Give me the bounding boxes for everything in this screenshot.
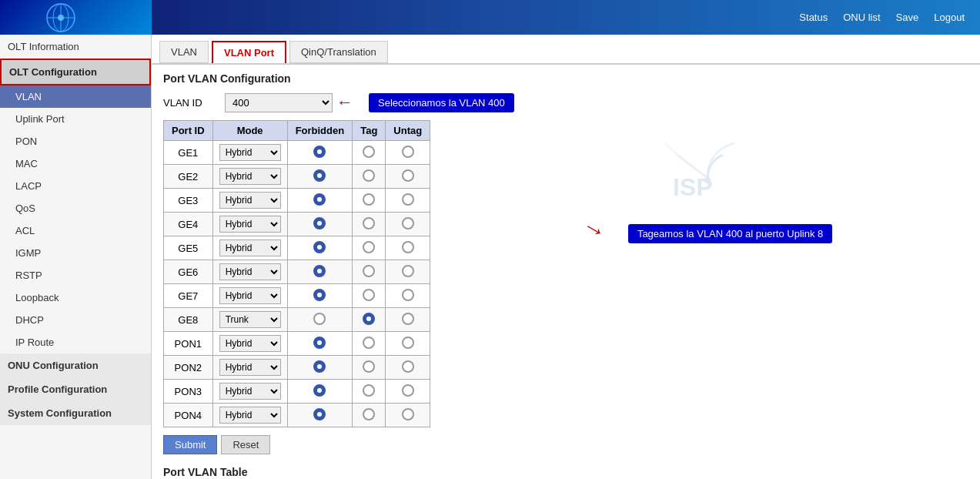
untag-cell[interactable]	[386, 332, 430, 356]
sidebar-item-dhcp[interactable]: DHCP	[0, 309, 151, 331]
tag-cell[interactable]	[353, 308, 386, 332]
mode-select[interactable]: HybridTrunkAccess	[219, 192, 281, 209]
sidebar-item-olt-information[interactable]: OLT Information	[0, 35, 151, 59]
forbidden-cell[interactable]	[287, 236, 353, 260]
untag-radio-empty[interactable]	[402, 193, 414, 206]
mode-select[interactable]: HybridTrunkAccess	[219, 216, 281, 233]
tag-cell[interactable]	[353, 213, 386, 236]
untag-radio-empty[interactable]	[402, 408, 414, 420]
forbidden-radio-filled[interactable]	[313, 408, 326, 420]
tag-radio-empty[interactable]	[363, 241, 375, 253]
forbidden-cell[interactable]	[287, 404, 353, 427]
nav-onu-list[interactable]: ONU list	[843, 12, 880, 23]
forbidden-radio-filled[interactable]	[313, 360, 326, 373]
mode-select[interactable]: HybridTrunkAccess	[219, 359, 281, 376]
forbidden-radio-filled[interactable]	[313, 337, 326, 349]
tag-radio-empty[interactable]	[363, 217, 375, 229]
mode-select[interactable]: HybridTrunkAccess	[219, 144, 281, 161]
untag-cell[interactable]	[386, 308, 430, 332]
submit-button[interactable]: Submit	[163, 435, 217, 454]
forbidden-cell[interactable]	[287, 380, 353, 404]
tag-cell[interactable]	[353, 356, 386, 380]
mode-select[interactable]: HybridTrunkAccess	[219, 311, 281, 328]
tag-radio-empty[interactable]	[363, 169, 375, 182]
untag-cell[interactable]	[386, 404, 430, 427]
forbidden-cell[interactable]	[287, 356, 353, 380]
forbidden-cell[interactable]	[287, 213, 353, 236]
mode-select[interactable]: HybridTrunkAccess	[219, 335, 281, 352]
tag-cell[interactable]	[353, 332, 386, 356]
untag-cell[interactable]	[386, 380, 430, 404]
untag-cell[interactable]	[386, 141, 430, 165]
untag-cell[interactable]	[386, 213, 430, 236]
forbidden-cell[interactable]	[287, 308, 353, 332]
forbidden-radio-filled[interactable]	[313, 265, 326, 277]
sidebar-item-acl[interactable]: ACL	[0, 219, 151, 242]
tag-radio-filled[interactable]	[363, 313, 375, 325]
tag-radio-empty[interactable]	[363, 146, 375, 158]
tag-cell[interactable]	[353, 380, 386, 404]
forbidden-cell[interactable]	[287, 260, 353, 284]
tag-cell[interactable]	[353, 141, 386, 165]
reset-button[interactable]: Reset	[221, 435, 270, 454]
tag-radio-empty[interactable]	[363, 289, 375, 301]
untag-radio-empty[interactable]	[402, 289, 414, 301]
sidebar-item-qos[interactable]: QoS	[0, 197, 151, 219]
tag-radio-empty[interactable]	[363, 265, 375, 277]
tag-cell[interactable]	[353, 189, 386, 213]
untag-radio-empty[interactable]	[402, 217, 414, 229]
nav-status[interactable]: Status	[799, 12, 828, 23]
mode-select[interactable]: HybridTrunkAccess	[219, 383, 281, 400]
untag-radio-empty[interactable]	[402, 169, 414, 182]
untag-radio-empty[interactable]	[402, 265, 414, 277]
forbidden-cell[interactable]	[287, 141, 353, 165]
sidebar-section-olt-config[interactable]: OLT Configuration	[0, 59, 151, 85]
mode-select[interactable]: HybridTrunkAccess	[219, 287, 281, 304]
untag-radio-empty[interactable]	[402, 360, 414, 373]
mode-select[interactable]: HybridTrunkAccess	[219, 263, 281, 280]
tag-cell[interactable]	[353, 404, 386, 427]
nav-save[interactable]: Save	[896, 12, 919, 23]
forbidden-radio-empty[interactable]	[313, 313, 326, 325]
tag-cell[interactable]	[353, 236, 386, 260]
untag-cell[interactable]	[386, 356, 430, 380]
sidebar-item-uplink-port[interactable]: Uplink Port	[0, 108, 151, 130]
untag-cell[interactable]	[386, 165, 430, 189]
forbidden-cell[interactable]	[287, 332, 353, 356]
forbidden-radio-filled[interactable]	[313, 241, 326, 253]
forbidden-radio-filled[interactable]	[313, 384, 326, 397]
untag-radio-empty[interactable]	[402, 313, 414, 325]
forbidden-cell[interactable]	[287, 165, 353, 189]
untag-radio-empty[interactable]	[402, 146, 414, 158]
tag-cell[interactable]	[353, 260, 386, 284]
untag-cell[interactable]	[386, 236, 430, 260]
vlan-id-select[interactable]: 400 1 500	[225, 93, 333, 112]
tag-cell[interactable]	[353, 284, 386, 308]
tab-vlan[interactable]: VLAN	[159, 41, 209, 63]
sidebar-item-vlan[interactable]: VLAN	[0, 85, 151, 108]
untag-cell[interactable]	[386, 260, 430, 284]
tag-cell[interactable]	[353, 165, 386, 189]
forbidden-cell[interactable]	[287, 284, 353, 308]
forbidden-radio-filled[interactable]	[313, 169, 326, 182]
sidebar-item-mac[interactable]: MAC	[0, 152, 151, 175]
mode-select[interactable]: HybridTrunkAccess	[219, 168, 281, 185]
forbidden-radio-filled[interactable]	[313, 289, 326, 301]
sidebar-item-lacp[interactable]: LACP	[0, 175, 151, 197]
sidebar-item-onu-config[interactable]: ONU Configuration	[0, 353, 151, 377]
tag-radio-empty[interactable]	[363, 384, 375, 397]
tag-radio-empty[interactable]	[363, 337, 375, 349]
sidebar-item-system-config[interactable]: System Configuration	[0, 401, 151, 425]
sidebar-item-rstp[interactable]: RSTP	[0, 264, 151, 286]
tag-radio-empty[interactable]	[363, 408, 375, 420]
untag-cell[interactable]	[386, 189, 430, 213]
sidebar-item-profile-config[interactable]: Profile Configuration	[0, 377, 151, 401]
tab-qinq[interactable]: QinQ/Translation	[289, 41, 388, 63]
untag-radio-empty[interactable]	[402, 241, 414, 253]
forbidden-cell[interactable]	[287, 189, 353, 213]
tab-vlan-port[interactable]: VLAN Port	[212, 41, 286, 63]
forbidden-radio-filled[interactable]	[313, 193, 326, 206]
untag-cell[interactable]	[386, 284, 430, 308]
mode-select[interactable]: HybridTrunkAccess	[219, 240, 281, 256]
untag-radio-empty[interactable]	[402, 337, 414, 349]
